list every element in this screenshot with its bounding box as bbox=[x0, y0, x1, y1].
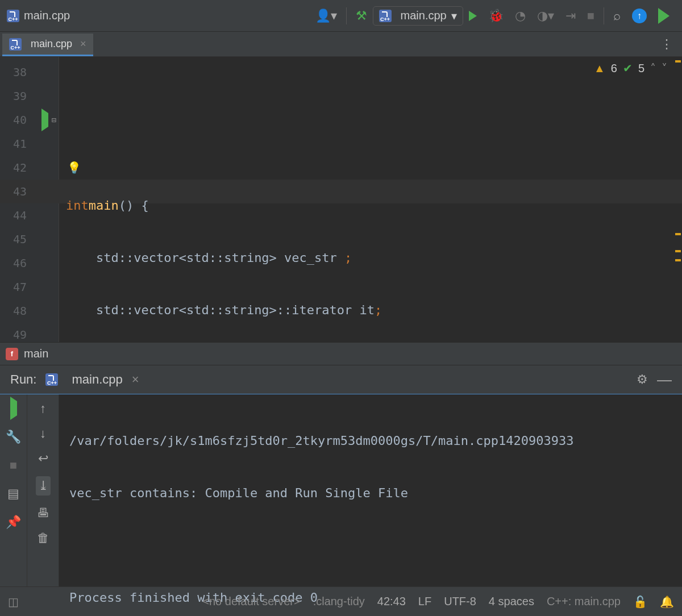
tabbar-menu-icon[interactable]: ⋮ bbox=[660, 37, 673, 52]
run-button[interactable] bbox=[469, 11, 477, 21]
run-sidebar-primary: 🔧 ■ ▤ 📌 bbox=[0, 394, 27, 586]
notifications-icon[interactable]: 🔔 bbox=[660, 595, 674, 609]
run-label: Run: bbox=[10, 372, 36, 387]
close-tab-icon[interactable]: × bbox=[80, 38, 86, 50]
run-configuration-selector[interactable]: C++ main.cpp ▾ bbox=[373, 6, 463, 26]
close-run-tab-icon[interactable]: × bbox=[132, 372, 139, 387]
console-line bbox=[69, 533, 672, 557]
breadcrumb-label: main bbox=[24, 347, 48, 360]
titlebar: C++ main.cpp 👤▾ ⚒ C++ main.cpp ▾ 🐞 ◔ ◑▾ … bbox=[0, 0, 682, 32]
rerun-icon[interactable] bbox=[10, 401, 17, 416]
brand-icon[interactable] bbox=[658, 8, 669, 24]
line-number[interactable]: 38 bbox=[0, 60, 59, 84]
chevron-down-icon: ▾ bbox=[451, 9, 457, 23]
run-config-name: main.cpp bbox=[72, 372, 122, 387]
profile-button[interactable]: ◔ bbox=[515, 9, 526, 23]
status-encoding[interactable]: UTF-8 bbox=[444, 595, 476, 608]
run-sidebar-secondary: ↑ ↓ ↩ ⤓ 🖶 🗑 bbox=[27, 394, 59, 586]
up-arrow-icon[interactable]: ↑ bbox=[40, 401, 46, 416]
nav-down-icon[interactable]: ˅ bbox=[662, 61, 667, 75]
tool-windows-icon[interactable]: ◫ bbox=[8, 595, 19, 609]
line-number[interactable]: 39 bbox=[0, 84, 59, 108]
gutter-run-icon[interactable] bbox=[41, 113, 48, 127]
user-switch-icon[interactable]: 👤▾ bbox=[315, 9, 337, 23]
cpp-file-icon: C++ bbox=[9, 38, 22, 51]
update-icon[interactable]: ↑ bbox=[632, 9, 647, 23]
console-line: vec_str contains: Compile and Run Single… bbox=[69, 481, 672, 505]
stop-icon[interactable]: ■ bbox=[10, 458, 17, 473]
run-tool-window: 🔧 ■ ▤ 📌 ↑ ↓ ↩ ⤓ 🖶 🗑 /var/folders/jk/s1m6… bbox=[0, 394, 682, 586]
typo-icon: ✔ bbox=[623, 61, 633, 75]
function-icon: f bbox=[6, 348, 18, 360]
nav-up-icon[interactable]: ˄ bbox=[650, 61, 656, 75]
status-caret-pos[interactable]: 42:43 bbox=[377, 595, 406, 608]
editor-tabbar: C++ main.cpp × ⋮ bbox=[0, 32, 682, 57]
stop-button[interactable]: ■ bbox=[587, 9, 594, 23]
inspection-summary[interactable]: ▲ 6 ✔ 5 ˄ ˅ bbox=[594, 61, 667, 75]
cpp-file-icon: C++ bbox=[379, 10, 392, 22]
debug-button[interactable]: 🐞 bbox=[488, 9, 504, 23]
print-icon[interactable]: 🖶 bbox=[37, 506, 49, 521]
down-arrow-icon[interactable]: ↓ bbox=[40, 426, 46, 441]
line-number[interactable]: 44 bbox=[0, 203, 59, 227]
titlebar-filename: main.cpp bbox=[24, 9, 70, 22]
tab-label: main.cpp bbox=[31, 38, 72, 50]
gutter[interactable]: 38 39 40⊟ 41 42💡 43 44 45 46 47 48 49 bbox=[0, 57, 59, 342]
run-target-label: main.cpp bbox=[401, 9, 447, 22]
status-lang[interactable]: C++: main.cpp bbox=[547, 595, 621, 608]
line-number[interactable]: 43 bbox=[0, 180, 59, 203]
typo-count: 5 bbox=[638, 62, 644, 75]
code-editor[interactable]: ▲ 6 ✔ 5 ˄ ˅ 38 39 40⊟ 41 42💡 43 44 45 46… bbox=[0, 57, 682, 342]
tab-main-cpp[interactable]: C++ main.cpp × bbox=[2, 34, 93, 56]
fold-icon[interactable]: ⊟ bbox=[52, 115, 56, 124]
cpp-file-icon: C++ bbox=[7, 10, 19, 22]
pin-icon[interactable]: 📌 bbox=[6, 515, 21, 530]
line-number[interactable]: 47 bbox=[0, 275, 59, 299]
wrench-icon[interactable]: 🔧 bbox=[6, 430, 21, 444]
search-icon[interactable]: ⌕ bbox=[613, 9, 621, 23]
coverage-button[interactable]: ◑▾ bbox=[537, 9, 554, 23]
line-number[interactable]: 48 bbox=[0, 299, 59, 323]
build-icon[interactable]: ⚒ bbox=[356, 9, 367, 23]
status-line-sep[interactable]: LF bbox=[418, 595, 431, 608]
run-tool-window-header: Run: C++ main.cpp × ⚙ — bbox=[0, 365, 682, 394]
breadcrumb[interactable]: f main bbox=[0, 342, 682, 365]
line-number[interactable]: 45 bbox=[0, 227, 59, 251]
settings-icon[interactable]: ⚙ bbox=[637, 372, 648, 387]
warning-icon: ▲ bbox=[594, 62, 605, 75]
line-number[interactable]: 40⊟ bbox=[0, 108, 59, 132]
scroll-to-end-icon[interactable]: ⤓ bbox=[36, 476, 51, 496]
code-area[interactable]: int main() { std::vector<std::string> ve… bbox=[59, 57, 682, 342]
line-number[interactable]: 46 bbox=[0, 251, 59, 275]
warning-count: 6 bbox=[611, 62, 617, 75]
console-line: /var/folders/jk/s1m6sfzj5td0r_2tkyrm53dm… bbox=[69, 428, 672, 452]
line-number[interactable]: 42💡 bbox=[0, 156, 59, 180]
trash-icon[interactable]: 🗑 bbox=[37, 531, 49, 546]
console-output[interactable]: /var/folders/jk/s1m6sfzj5td0r_2tkyrm53dm… bbox=[59, 394, 682, 586]
status-clang-tidy[interactable]: .clang-tidy bbox=[313, 595, 365, 608]
lock-icon[interactable]: 🔓 bbox=[633, 595, 647, 609]
status-server[interactable]: <no default server> bbox=[202, 595, 300, 608]
attach-button[interactable]: ⇥ bbox=[565, 9, 576, 23]
layout-icon[interactable]: ▤ bbox=[7, 486, 19, 501]
status-indent[interactable]: 4 spaces bbox=[489, 595, 534, 608]
soft-wrap-icon[interactable]: ↩ bbox=[38, 451, 48, 466]
cpp-file-icon: C++ bbox=[45, 373, 58, 386]
minimize-icon[interactable]: — bbox=[657, 371, 672, 389]
line-number[interactable]: 41 bbox=[0, 132, 59, 156]
line-number[interactable]: 49 bbox=[0, 323, 59, 342]
